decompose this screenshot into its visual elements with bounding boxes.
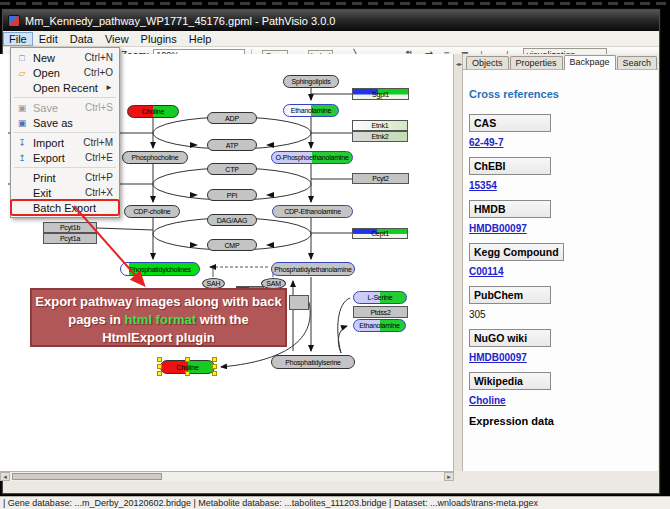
node-o-phosphoethanolamine-9[interactable]: O-Phosphoethanolamine — [271, 151, 353, 164]
node-ppi-12[interactable]: PPi — [207, 189, 257, 201]
menu-plugins[interactable]: Plugins — [135, 32, 183, 46]
reference-title: ChEBI — [469, 157, 551, 175]
file-menu-item-export[interactable]: ↥ExportCtrl+E — [11, 150, 119, 165]
node-l-serine-26[interactable]: L-Serine — [353, 291, 407, 304]
reference-value: HMDB00097 — [469, 223, 658, 234]
menu-file[interactable]: File — [3, 32, 33, 46]
menu-item-label: Batch Export — [29, 202, 113, 214]
reference-link[interactable]: HMDB00097 — [469, 352, 527, 363]
node-dag-aag-15[interactable]: DAG/AAG — [207, 214, 257, 226]
node-pcyt2-11[interactable]: Pcyt2 — [352, 173, 409, 184]
scroll-right-icon[interactable]: ► — [444, 472, 454, 481]
selection-handle[interactable] — [212, 364, 217, 369]
selection-handle[interactable] — [212, 357, 217, 362]
node-cdp-choline-13[interactable]: CDP-choline — [124, 205, 180, 218]
node-unlabeled-25[interactable] — [289, 295, 309, 310]
annotation-callout: Export pathway images along with back pa… — [30, 288, 287, 347]
tab-properties[interactable]: Properties — [510, 56, 563, 69]
callout-line3: HtmlExport plugin — [32, 329, 285, 347]
node-phosphatidylcholines-20[interactable]: Phosphatidylcholines — [120, 262, 200, 276]
menu-item-shortcut: Ctrl+N — [84, 52, 113, 63]
title-bar[interactable]: Mm_Kennedy_pathway_WP1771_45176.gpml - P… — [3, 10, 659, 31]
file-menu-dropdown: □NewCtrl+N▱OpenCtrl+OOpen Recent►▣SaveCt… — [10, 47, 120, 218]
cross-references-list: CAS62-49-7ChEBI15354HMDBHMDB00097Kegg Co… — [469, 114, 658, 406]
node-etnk2-6[interactable]: Etnk2 — [352, 131, 408, 142]
reference-link[interactable]: C00114 — [469, 266, 503, 277]
callout-line2: pages in html format with the — [32, 311, 285, 329]
reference-title: Wikipedia — [469, 372, 551, 390]
reference-link[interactable]: 62-49-7 — [469, 137, 503, 148]
file-menu-item-open[interactable]: ▱OpenCtrl+O — [11, 65, 119, 80]
status-text: | Gene database: ...m_Derby_20120602.bri… — [3, 498, 538, 508]
node-ethanolamine-28[interactable]: Ethanolamine — [353, 319, 406, 332]
menu-item-label: Open Recent — [29, 82, 105, 94]
menu-separator — [14, 132, 116, 133]
menu-separator — [14, 167, 116, 168]
file-menu-item-exit[interactable]: ExitCtrl+X — [11, 185, 119, 200]
side-panel: ObjectsPropertiesBackpageSearchLegend Cr… — [463, 54, 658, 471]
reference-link[interactable]: 15354 — [469, 180, 497, 191]
tab-search[interactable]: Search — [617, 56, 658, 69]
status-bar: | Gene database: ...m_Derby_20120602.bri… — [0, 496, 670, 509]
scrollbar-thumb[interactable] — [12, 473, 162, 480]
reference-section-cas: CAS62-49-7 — [469, 114, 658, 148]
node-cdp-ethanolamine-14[interactable]: CDP-Ethanolamine — [272, 205, 353, 218]
reference-title: HMDB — [469, 200, 551, 218]
callout-highlight: html format — [125, 312, 197, 327]
menu-help[interactable]: Help — [183, 32, 218, 46]
node-pcyt1a-19[interactable]: Pcyt1a — [43, 233, 97, 244]
selection-handle[interactable] — [157, 364, 162, 369]
panel-splitter[interactable]: ◂▸ — [454, 54, 463, 471]
node-ethanolamine-3[interactable]: Ethanolamine — [283, 104, 339, 117]
window-title: Mm_Kennedy_pathway_WP1771_45176.gpml - P… — [25, 15, 335, 27]
menu-item-label: Open — [29, 67, 84, 79]
selection-handle[interactable] — [157, 371, 162, 376]
tab-backpage[interactable]: Backpage — [564, 55, 616, 70]
menu-data[interactable]: Data — [64, 32, 99, 46]
node-phosphatidylserine-29[interactable]: Phosphatidylserine — [271, 355, 355, 369]
node-ptdss2-27[interactable]: Ptdss2 — [353, 306, 408, 318]
file-menu-item-batch-export[interactable]: Batch Export — [11, 200, 119, 215]
menu-item-label: Exit — [29, 187, 85, 199]
node-choline-2[interactable]: Choline — [127, 105, 179, 118]
menu-edit[interactable]: Edit — [33, 32, 64, 46]
selection-handle[interactable] — [185, 357, 190, 362]
reference-value: Choline — [469, 395, 658, 406]
expression-data-heading: Expression data — [469, 415, 658, 427]
node-etnk1-5[interactable]: Etnk1 — [352, 120, 408, 131]
node-adp-4[interactable]: ADP — [207, 112, 257, 124]
node-ctp-10[interactable]: CTP — [207, 163, 257, 175]
reference-link[interactable]: Choline — [469, 395, 506, 406]
file-menu-item-save-as[interactable]: ▣Save as — [11, 115, 119, 130]
file-menu-item-import[interactable]: ↧ImportCtrl+M — [11, 135, 119, 150]
node-cmp-17[interactable]: CMP — [207, 239, 257, 251]
file-menu-item-print[interactable]: PrintCtrl+P — [11, 170, 119, 185]
save-as-icon: ▣ — [15, 118, 29, 128]
node-sphingolipids-0[interactable]: Sphingolipids — [283, 75, 339, 88]
reference-section-wikipedia: WikipediaCholine — [469, 372, 658, 406]
selection-handle[interactable] — [185, 371, 190, 376]
file-menu-item-new[interactable]: □NewCtrl+N — [11, 50, 119, 65]
splitter-grip-icon[interactable]: ◂▸ — [456, 60, 462, 67]
node-atp-7[interactable]: ATP — [207, 139, 257, 151]
app-icon — [8, 15, 20, 27]
menu-separator — [14, 97, 116, 98]
node-cept1-16[interactable]: Cept1 — [352, 228, 408, 239]
reference-link[interactable]: HMDB00097 — [469, 223, 527, 234]
menu-view[interactable]: View — [99, 32, 135, 46]
horizontal-scrollbar[interactable]: ◄ ► — [0, 471, 454, 481]
selection-handle[interactable] — [157, 357, 162, 362]
tab-objects[interactable]: Objects — [466, 56, 509, 69]
node-pcyt1b-18[interactable]: Pcyt1b — [43, 222, 97, 233]
node-phosphocholine-8[interactable]: Phosphocholine — [122, 151, 188, 164]
selection-handle[interactable] — [212, 371, 217, 376]
reference-title: CAS — [469, 114, 551, 132]
file-menu-item-open-recent[interactable]: Open Recent► — [11, 80, 119, 95]
scroll-left-icon[interactable]: ◄ — [0, 472, 10, 481]
cross-references-heading: Cross references — [469, 88, 658, 100]
node-sgpl1-1[interactable]: Sgpl1 — [352, 88, 409, 100]
node-phosphatidylethanolamine-21[interactable]: Phosphatidylethanolamine — [271, 262, 355, 276]
reference-title: NuGO wiki — [469, 329, 551, 347]
new-document-icon: □ — [15, 53, 29, 63]
open-folder-icon: ▱ — [15, 68, 29, 78]
